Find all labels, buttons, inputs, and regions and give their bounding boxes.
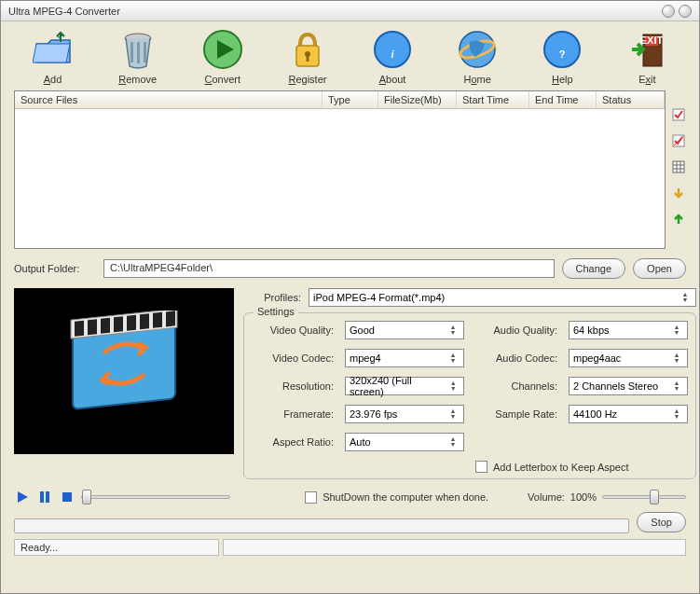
aspect-select[interactable]: Auto▲▼ (345, 433, 464, 451)
audio-codec-select[interactable]: mpeg4aac▲▼ (569, 349, 688, 367)
svg-rect-1 (130, 42, 133, 62)
change-button[interactable]: Change (562, 258, 626, 279)
svg-rect-38 (62, 492, 72, 502)
col-status[interactable]: Status (597, 91, 665, 108)
video-quality-label: Video Quality: (252, 325, 334, 336)
svg-rect-8 (306, 55, 309, 62)
col-source[interactable]: Source Files (15, 91, 323, 108)
check-all-icon[interactable] (671, 107, 686, 122)
svg-rect-32 (127, 315, 136, 331)
help-button[interactable]: ? Help (523, 27, 601, 85)
volume-slider[interactable] (602, 495, 686, 499)
col-type[interactable]: Type (323, 91, 378, 108)
svg-rect-31 (114, 316, 123, 332)
home-button[interactable]: Home (438, 27, 516, 85)
svg-rect-35 (166, 311, 175, 326)
shutdown-checkbox[interactable] (305, 491, 317, 504)
uncheck-all-icon[interactable] (671, 133, 686, 148)
output-folder-label: Output Folder: (14, 263, 96, 274)
trash-icon (116, 27, 160, 72)
play-button[interactable] (14, 489, 31, 505)
window-title: Ultra MPEG-4 Converter (8, 6, 662, 17)
select-arrows-icon: ▲▼ (679, 292, 692, 303)
source-files-grid[interactable]: Source Files Type FileSize(Mb) Start Tim… (14, 90, 666, 249)
video-codec-label: Video Codec: (252, 352, 334, 364)
col-start[interactable]: Start Time (457, 91, 529, 108)
letterbox-checkbox[interactable] (475, 461, 487, 473)
volume-value: 100% (570, 491, 597, 503)
volume-label: Volume: (528, 491, 565, 503)
col-size[interactable]: FileSize(Mb) (378, 91, 457, 108)
aspect-label: Aspect Ratio: (252, 436, 334, 448)
samplerate-select[interactable]: 44100 Hz▲▼ (569, 405, 688, 423)
channels-label: Channels: (475, 380, 557, 392)
play-circle-icon (200, 27, 245, 72)
globe-icon (455, 27, 500, 72)
preview-pane (14, 288, 234, 454)
status-secondary (223, 539, 686, 556)
svg-rect-30 (101, 318, 110, 334)
framerate-select[interactable]: 23.976 fps▲▼ (345, 405, 464, 423)
shutdown-label: ShutDown the computer when done. (323, 491, 488, 503)
playback-stop-button[interactable] (59, 489, 75, 505)
exit-door-icon: EXIT (625, 27, 669, 72)
profiles-select[interactable]: iPod MPEG-4 Format(*.mp4) ▲▼ (309, 288, 696, 307)
register-button[interactable]: Register (268, 27, 347, 85)
open-button[interactable]: Open (633, 258, 686, 279)
svg-rect-28 (75, 321, 84, 337)
about-button[interactable]: i About (353, 27, 432, 85)
settings-legend: Settings (254, 306, 298, 317)
progress-bar (14, 518, 629, 533)
pause-button[interactable] (36, 489, 53, 505)
minimize-button[interactable] (662, 5, 675, 18)
close-button[interactable] (679, 5, 692, 18)
seek-slider[interactable] (81, 495, 230, 499)
move-down-icon[interactable] (671, 186, 686, 200)
svg-rect-21 (673, 161, 684, 173)
profiles-label: Profiles: (243, 292, 301, 303)
remove-button[interactable]: Remove (99, 27, 177, 85)
settings-fieldset: Settings Video Quality: Good▲▼ Audio Qua… (243, 312, 696, 479)
convert-button[interactable]: Convert (184, 27, 262, 85)
svg-rect-34 (153, 312, 162, 328)
audio-codec-label: Audio Codec: (475, 352, 557, 364)
channels-select[interactable]: 2 Channels Stereo▲▼ (569, 377, 688, 395)
resolution-label: Resolution: (252, 380, 334, 392)
svg-rect-29 (88, 319, 97, 335)
output-folder-field[interactable]: C:\UltraMPEG4Folder\ (103, 259, 555, 278)
video-quality-select[interactable]: Good▲▼ (345, 321, 464, 339)
question-icon: ? (540, 27, 584, 72)
lock-icon (285, 27, 330, 72)
svg-rect-37 (46, 491, 49, 503)
svg-rect-2 (137, 42, 140, 63)
exit-button[interactable]: EXIT Exit (608, 27, 686, 85)
svg-rect-33 (140, 313, 149, 329)
video-codec-select[interactable]: mpeg4▲▼ (345, 349, 464, 367)
audio-quality-select[interactable]: 64 kbps▲▼ (569, 321, 688, 339)
svg-text:EXIT: EXIT (640, 35, 664, 46)
status-text: Ready... (14, 539, 219, 556)
folder-add-icon (31, 27, 75, 72)
info-icon: i (370, 27, 415, 72)
add-button[interactable]: Add (14, 27, 92, 85)
svg-rect-36 (40, 491, 44, 503)
samplerate-label: Sample Rate: (475, 408, 557, 420)
grid-icon[interactable] (671, 159, 686, 174)
resolution-select[interactable]: 320x240 (Full screen)▲▼ (345, 377, 464, 395)
audio-quality-label: Audio Quality: (475, 325, 557, 336)
letterbox-label: Add Letterbox to Keep Aspect (493, 462, 629, 473)
svg-rect-3 (144, 42, 146, 62)
stop-button[interactable]: Stop (637, 512, 686, 532)
col-end[interactable]: End Time (529, 91, 597, 108)
framerate-label: Framerate: (252, 408, 334, 420)
svg-text:?: ? (559, 48, 566, 60)
move-up-icon[interactable] (671, 212, 686, 227)
